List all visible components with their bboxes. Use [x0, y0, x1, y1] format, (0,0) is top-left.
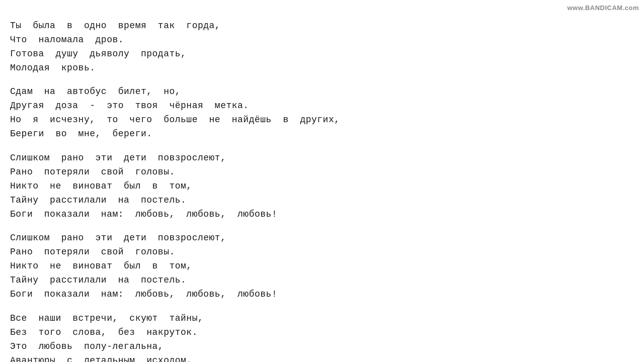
line-1-1: Другая доза - это твоя чёрная метка. [10, 99, 634, 113]
line-2-3: Тайну расстилали на постель. [10, 194, 634, 208]
line-4-0: Все наши встречи, скуют тайны, [10, 312, 634, 326]
stanza-1: Сдам на автобус билет, но,Другая доза - … [10, 85, 634, 141]
lyrics-container: Ты была в одно время так горда,Что налом… [0, 0, 644, 362]
line-4-2: Это любовь полу-легальна, [10, 340, 634, 354]
line-2-0: Слишком рано эти дети повзрослеют, [10, 151, 634, 165]
line-1-3: Береги во мне, береги. [10, 127, 634, 141]
line-4-1: Без того слова, без накруток. [10, 326, 634, 340]
stanza-0: Ты была в одно время так горда,Что налом… [10, 19, 634, 75]
line-0-3: Молодая кровь. [10, 61, 634, 75]
stanza-4: Все наши встречи, скуют тайны,Без того с… [10, 312, 634, 362]
line-2-2: Никто не виноват был в том, [10, 179, 634, 194]
line-0-0: Ты была в одно время так горда, [10, 19, 634, 33]
stanza-3: Слишком рано эти дети повзрослеют,Рано п… [10, 231, 634, 301]
watermark: www.BANDICAM.com [567, 4, 639, 12]
line-4-3: Авантюры с летальным исходом. [10, 354, 634, 362]
line-1-0: Сдам на автобус билет, но, [10, 85, 634, 99]
line-3-0: Слишком рано эти дети повзрослеют, [10, 231, 634, 245]
line-3-1: Рано потеряли свой головы. [10, 245, 634, 259]
stanza-2: Слишком рано эти дети повзрослеют,Рано п… [10, 151, 634, 221]
line-0-1: Что наломала дров. [10, 33, 634, 47]
line-1-2: Но я исчезну, то чего больше не найдёшь … [10, 113, 634, 127]
line-3-3: Тайну расстилали на постель. [10, 274, 634, 288]
line-0-2: Готова душу дьяволу продать, [10, 47, 634, 61]
line-3-4: Боги показали нам: любовь, любовь, любов… [10, 288, 634, 302]
line-2-4: Боги показали нам: любовь, любовь, любов… [10, 208, 634, 222]
line-3-2: Никто не виноват был в том, [10, 259, 634, 274]
line-2-1: Рано потеряли свой головы. [10, 165, 634, 179]
